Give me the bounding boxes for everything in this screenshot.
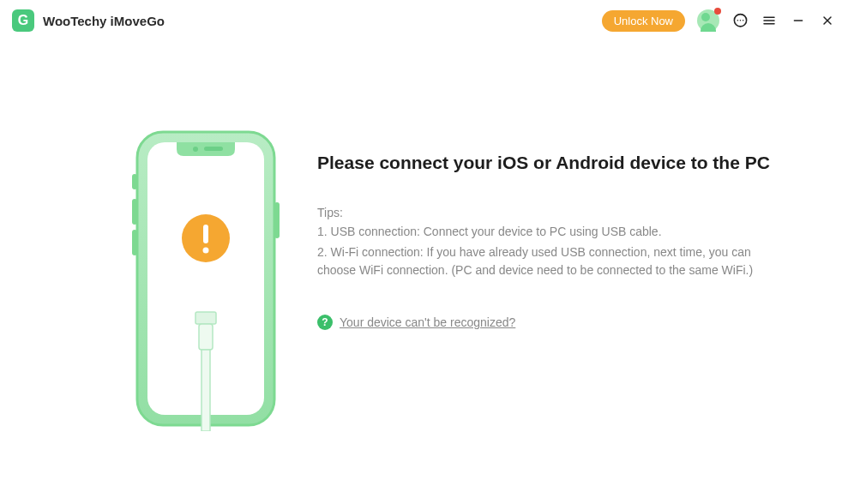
- app-logo-icon: G: [12, 9, 34, 32]
- svg-point-12: [193, 147, 198, 152]
- svg-point-1: [737, 19, 738, 21]
- titlebar: G WooTechy iMoveGo Unlock Now: [0, 0, 848, 41]
- svg-point-3: [742, 19, 743, 21]
- unlock-now-button[interactable]: Unlock Now: [602, 10, 685, 32]
- question-mark-icon: ?: [317, 315, 333, 330]
- device-not-recognized-link[interactable]: Your device can't be recognized?: [340, 315, 515, 329]
- menu-icon[interactable]: [761, 12, 778, 29]
- svg-rect-19: [203, 225, 208, 243]
- page-heading: Please connect your iOS or Android devic…: [317, 153, 779, 173]
- svg-rect-17: [274, 202, 280, 238]
- svg-rect-16: [132, 230, 137, 255]
- help-row: ? Your device can't be recognized?: [317, 315, 779, 330]
- svg-rect-15: [132, 199, 137, 225]
- svg-rect-21: [195, 312, 216, 324]
- device-illustration: [129, 127, 283, 435]
- svg-point-20: [203, 248, 209, 254]
- minimize-button[interactable]: [790, 12, 807, 29]
- close-button[interactable]: [819, 12, 836, 29]
- titlebar-right: Unlock Now: [602, 9, 836, 32]
- titlebar-left: G WooTechy iMoveGo: [12, 9, 165, 32]
- tip-wifi: 2. Wi-Fi connection: If you have already…: [317, 243, 779, 280]
- app-title: WooTechy iMoveGo: [43, 14, 165, 28]
- tips-label: Tips:: [317, 206, 779, 219]
- instruction-panel: Please connect your iOS or Android devic…: [317, 127, 779, 435]
- svg-rect-22: [199, 324, 213, 350]
- feedback-icon[interactable]: [731, 12, 749, 29]
- main-content: Please connect your iOS or Android devic…: [0, 41, 848, 435]
- account-avatar[interactable]: [697, 9, 719, 32]
- svg-point-2: [739, 19, 741, 21]
- notification-dot-icon: [714, 8, 721, 15]
- svg-rect-13: [204, 147, 223, 151]
- svg-rect-14: [132, 174, 137, 189]
- svg-rect-23: [201, 350, 210, 431]
- tip-usb: 1. USB connection: Connect your device t…: [317, 223, 779, 242]
